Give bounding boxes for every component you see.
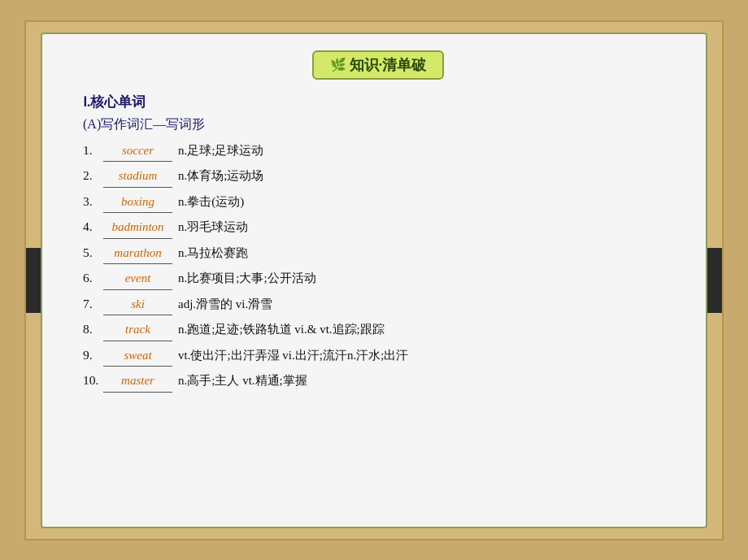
vocab-word: marathon [103, 243, 172, 265]
vocab-item: 1.soccer n.足球;足球运动 [83, 140, 673, 163]
vocab-definition: n.羽毛球运动 [178, 217, 248, 238]
item-number: 3. [83, 191, 101, 212]
vocab-item: 9.sweat vt.使出汗;出汗弄湿 vi.出汗;流汗n.汗水;出汗 [83, 345, 673, 367]
item-number: 10. [83, 370, 101, 391]
item-number: 5. [83, 242, 101, 263]
vocab-item: 6.event n.比赛项目;大事;公开活动 [83, 267, 673, 290]
whiteboard: 🌿 知识·清单破 Ⅰ.核心单词 (A)写作词汇—写词形 1.soccer n.足… [41, 33, 707, 528]
vocab-list: 1.soccer n.足球;足球运动2.stadium n.体育场;运动场3.b… [83, 140, 673, 393]
vocab-word: sweat [103, 345, 172, 367]
item-number: 2. [83, 165, 101, 186]
item-number: 4. [83, 216, 101, 237]
section-heading: Ⅰ.核心单词 [83, 93, 673, 111]
vocab-word: soccer [103, 141, 172, 163]
black-bar-left [26, 248, 41, 313]
item-number: 7. [83, 293, 101, 315]
sub-heading: (A)写作词汇—写词形 [83, 116, 673, 133]
vocab-definition: n.跑道;足迹;铁路轨道 vi.& vt.追踪;跟踪 [178, 319, 385, 341]
item-number: 6. [83, 267, 101, 289]
vocab-item: 3.boxing n.拳击(运动) [83, 191, 673, 214]
vocab-item: 4.badminton n.羽毛球运动 [83, 216, 673, 239]
vocab-item: 2.stadium n.体育场;运动场 [83, 165, 673, 188]
item-number: 9. [83, 345, 101, 366]
vocab-definition: n.体育场;运动场 [178, 166, 263, 187]
vocab-word: stadium [103, 166, 172, 188]
vocab-definition: adj.滑雪的 vi.滑雪 [178, 294, 272, 315]
outer-frame: 🌿 知识·清单破 Ⅰ.核心单词 (A)写作词汇—写词形 1.soccer n.足… [24, 20, 724, 540]
vocab-item: 10.master n.高手;主人 vt.精通;掌握 [83, 370, 673, 393]
vocab-item: 7.ski adj.滑雪的 vi.滑雪 [83, 293, 673, 316]
vocab-word: master [103, 371, 172, 393]
vocab-definition: vt.使出汗;出汗弄湿 vi.出汗;流汗n.汗水;出汗 [178, 345, 408, 367]
black-bar-right [707, 248, 722, 313]
title-text: 知识·清单破 [350, 55, 427, 75]
leaf-icon: 🌿 [330, 57, 346, 72]
item-number: 8. [83, 319, 101, 340]
vocab-definition: n.高手;主人 vt.精通;掌握 [178, 371, 307, 392]
vocab-word: event [103, 268, 172, 290]
vocab-definition: n.足球;足球运动 [178, 141, 263, 162]
vocab-definition: n.拳击(运动) [178, 192, 244, 213]
vocab-definition: n.马拉松赛跑 [178, 243, 248, 264]
vocab-definition: n.比赛项目;大事;公开活动 [178, 268, 316, 289]
vocab-word: ski [103, 294, 172, 316]
vocab-word: boxing [103, 192, 172, 214]
item-number: 1. [83, 140, 101, 161]
title-banner: 🌿 知识·清单破 [83, 50, 673, 80]
vocab-item: 5.marathon n.马拉松赛跑 [83, 242, 673, 265]
title-box: 🌿 知识·清单破 [312, 50, 445, 80]
vocab-word: track [103, 319, 172, 341]
vocab-word: badminton [103, 217, 172, 239]
vocab-item: 8.track n.跑道;足迹;铁路轨道 vi.& vt.追踪;跟踪 [83, 319, 673, 341]
